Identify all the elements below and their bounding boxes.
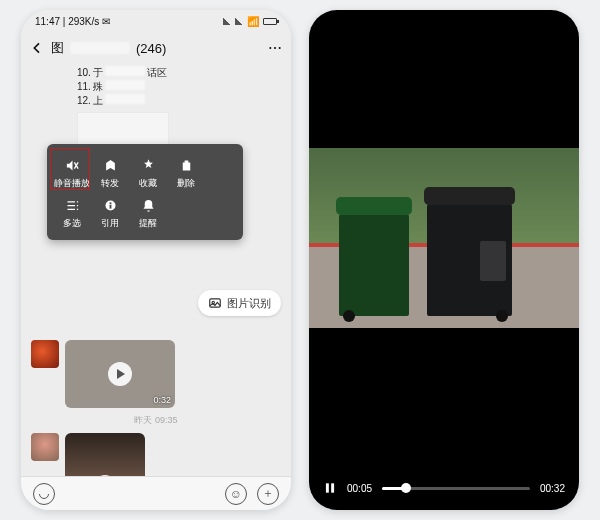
ctx-delete-label: 删除 [177,177,195,190]
ctx-remind[interactable]: 提醒 [129,194,167,234]
timestamp: 昨天 09:35 [21,412,291,429]
video-thumb[interactable]: 0:32 [65,340,175,408]
title-count: (246) [136,41,166,56]
avatar[interactable] [31,433,59,461]
phone-video-player: 00:05 00:32 [309,10,579,510]
ctx-remind-label: 提醒 [139,217,157,230]
ctx-quote[interactable]: 引用 [91,194,129,234]
ctx-favorite[interactable]: 收藏 [129,154,167,194]
svg-rect-6 [109,202,111,204]
svg-rect-7 [109,205,111,209]
seek-knob[interactable] [401,483,411,493]
ctx-mute-label: 静音播放 [54,177,90,190]
ctx-delete[interactable]: 删除 [167,154,205,194]
image-recognize-label: 图片识别 [227,296,271,311]
status-right: 📶 [223,16,277,27]
ctx-forward-label: 转发 [101,177,119,190]
video-duration: 0:32 [153,395,171,405]
svg-point-2 [279,47,281,49]
time-current: 00:05 [347,483,372,494]
avatar[interactable] [31,340,59,368]
phone-chat: 11:47 | 293K/s ✉ 📶 图 (246) 10.于话区 11.殊 1… [21,10,291,510]
more-icon[interactable] [267,40,283,56]
ctx-multi-label: 多选 [63,217,81,230]
svg-point-1 [274,47,276,49]
message-context-menu: 静音播放 转发 收藏 删除 多选 引用 [47,144,243,240]
pause-icon[interactable] [323,481,337,495]
status-bar: 11:47 | 293K/s ✉ 📶 [21,10,291,32]
play-icon[interactable] [108,362,132,386]
title-blur [70,42,130,54]
player-controls: 00:05 00:32 [309,466,579,510]
ctx-multiselect[interactable]: 多选 [53,194,91,234]
green-bin [339,211,409,316]
chat-title-bar: 图 (246) [21,32,291,64]
ctx-favorite-label: 收藏 [139,177,157,190]
svg-rect-10 [326,483,329,492]
back-icon[interactable] [29,40,45,56]
message-video-1: 0:32 [21,336,291,412]
plus-icon[interactable]: ＋ [257,483,279,505]
ctx-mute-play[interactable]: 静音播放 [53,154,91,194]
seek-bar[interactable] [382,487,530,490]
chat-body: 10.于话区 11.殊 12.上 静音播放 转发 收藏 删除 [21,64,291,510]
voice-input-icon[interactable] [33,483,55,505]
input-bar: ☺ ＋ [21,476,291,510]
video-frame [309,148,579,328]
title-prefix: 图 [51,39,64,57]
status-time: 11:47 | 293K/s ✉ [35,16,110,27]
svg-point-0 [269,47,271,49]
video-area[interactable] [309,10,579,466]
black-bin [427,201,512,316]
time-total: 00:32 [540,483,565,494]
ctx-quote-label: 引用 [101,217,119,230]
ctx-forward[interactable]: 转发 [91,154,129,194]
svg-rect-11 [331,483,334,492]
image-recognize-button[interactable]: 图片识别 [198,290,281,316]
emoji-icon[interactable]: ☺ [225,483,247,505]
